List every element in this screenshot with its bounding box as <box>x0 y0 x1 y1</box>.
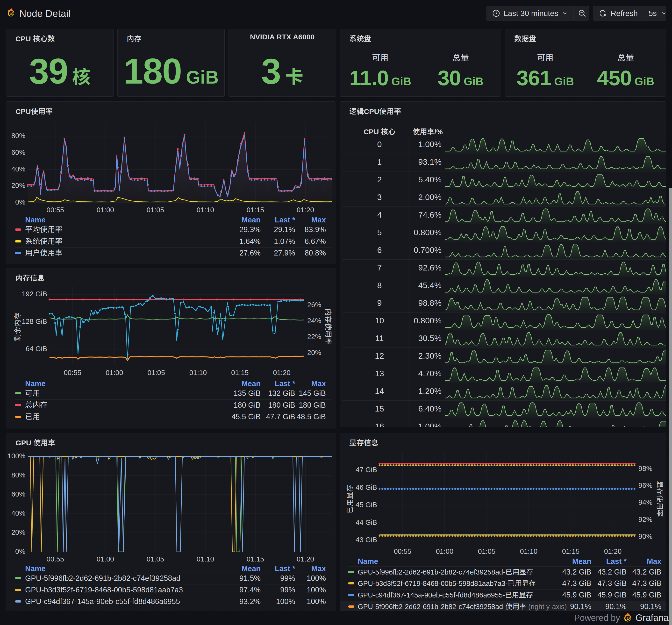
table-row[interactable]: 1130.5% <box>340 330 666 347</box>
sparkline <box>445 312 666 330</box>
legend-item[interactable]: GPU-c94df367-145a-90eb-c55f-fd8d486a6955… <box>340 589 666 601</box>
legend-item[interactable]: 总内存180 GiB180 GiB180 GiB <box>6 400 336 411</box>
legend-mean-value: 97.4% <box>239 585 261 595</box>
legend-swatch <box>348 605 354 608</box>
zoom-out-icon <box>578 9 586 18</box>
sparkline <box>445 171 666 189</box>
table-row[interactable]: 100.800% <box>340 312 666 330</box>
table-row[interactable]: 998.8% <box>340 295 666 312</box>
panel-title: 系统盘 <box>349 33 371 44</box>
legend-item[interactable]: 平均使用率29.3%29.1%83.9% <box>6 224 336 236</box>
legend-col-mean[interactable]: Mean <box>242 215 261 225</box>
table-row[interactable]: 845.4% <box>340 277 666 295</box>
legend-item[interactable]: 用户使用率27.6%27.9%80.8% <box>6 247 336 259</box>
chevron-down-icon <box>661 10 667 17</box>
table-cell-usage: 0.700% <box>413 245 441 255</box>
legend-swatch <box>15 240 21 242</box>
legend-swatch <box>15 404 21 406</box>
clock-icon <box>492 9 500 17</box>
legend-col-max[interactable]: Max <box>311 215 326 225</box>
legend-col-name[interactable]: Name <box>25 215 45 225</box>
table-row[interactable]: 193.1% <box>340 153 666 171</box>
legend-mean-value: 45.9 GiB <box>562 590 591 600</box>
table-row[interactable]: 141.20% <box>340 383 666 401</box>
table-row[interactable]: 156.40% <box>340 401 666 418</box>
table-row[interactable]: 474.6% <box>340 207 666 224</box>
legend-series-name: GPU-5f996fb2-2d62-691b-2b82-c74ef39258ad… <box>358 567 533 577</box>
refresh-interval-label: 5s <box>649 9 657 18</box>
sparkline <box>445 330 666 347</box>
panel-vram-info: 显存信息 47 GiB46 GiB45 GiB44 GiB43 GiB98%96… <box>340 433 666 611</box>
legend-col-last[interactable]: Last * <box>275 564 295 574</box>
sparkline <box>445 295 666 312</box>
table-row[interactable]: 50.800% <box>340 224 666 242</box>
legend: NameMeanLast *MaxGPU-5f996fb2-2d62-691b-… <box>340 557 666 611</box>
legend-item[interactable]: GPU-5f996fb2-2d62-691b-2b82-c74ef39258ad… <box>340 566 666 578</box>
stat-sysdisk-free: 可用 11.0GiB <box>340 44 421 96</box>
table-row[interactable]: 01.00% <box>340 136 666 153</box>
table-cell-usage: 1.20% <box>413 386 441 396</box>
legend-item[interactable]: GPU-5f996fb2-2d62-691b-2b82-c74ef39258ad… <box>6 573 336 584</box>
sparkline <box>445 418 666 427</box>
table-header-core[interactable]: CPU 核心 <box>350 126 409 137</box>
table-header-usage[interactable]: 使用率/% <box>413 126 441 137</box>
legend-col-name[interactable]: Name <box>25 564 45 574</box>
table-row[interactable]: 25.40% <box>340 171 666 189</box>
legend-item[interactable]: GPU-c94df367-145a-90eb-c55f-fd8d486a6955… <box>6 596 336 607</box>
legend-col-max[interactable]: Max <box>311 564 326 574</box>
legend-max-value: 80.8% <box>305 248 326 258</box>
legend-col-last[interactable]: Last * <box>275 215 295 225</box>
table-row[interactable]: 134.70% <box>340 365 666 383</box>
time-controls: Last 30 minutes <box>486 6 589 21</box>
legend-col-max[interactable]: Max <box>311 379 326 389</box>
legend-series-name: 已用 <box>25 412 40 422</box>
table-cell-core: 12 <box>350 351 409 361</box>
legend-swatch <box>15 416 21 418</box>
table-cell-core: 16 <box>350 422 409 428</box>
page-scrollbar[interactable] <box>669 188 672 625</box>
table-cell-usage: 74.6% <box>413 210 441 219</box>
table-cell-usage: 92.6% <box>413 263 441 272</box>
dashboard-header: Node Detail Last 30 minutes Refresh 5s <box>0 0 672 29</box>
table-row[interactable]: 122.30% <box>340 347 666 365</box>
panel-title: 数据盘 <box>514 33 536 44</box>
series-avail <box>49 315 304 320</box>
zoom-out-button[interactable] <box>573 6 591 20</box>
stat-datadisk-free: 可用 361GiB <box>505 44 585 96</box>
refresh-button[interactable]: Refresh <box>593 6 643 20</box>
sparkline <box>445 136 666 153</box>
table-row[interactable]: 161.00% <box>340 418 666 427</box>
legend: NameMeanLast *MaxGPU-5f996fb2-2d62-691b-… <box>6 564 336 611</box>
legend-col-max[interactable]: Max <box>647 557 662 566</box>
legend-col-mean[interactable]: Mean <box>242 379 261 389</box>
table-row[interactable]: 60.700% <box>340 242 666 259</box>
table-row[interactable]: 32.00% <box>340 189 666 207</box>
legend-item[interactable]: GPU-5f996fb2-2d62-691b-2b82-c74ef39258ad… <box>340 601 666 611</box>
sparkline <box>445 365 666 383</box>
panel-title: 逻辑CPU使用率 <box>349 105 401 116</box>
legend-col-mean[interactable]: Mean <box>572 557 591 566</box>
legend-series-name-suffix: (right y-axis) <box>526 603 567 610</box>
legend-item[interactable]: GPU-b3d3f52f-6719-8468-00b5-598d81aab7a3… <box>340 578 666 590</box>
legend-col-name[interactable]: Name <box>358 557 378 566</box>
legend-swatch <box>348 571 354 573</box>
legend-col-name[interactable]: Name <box>25 379 45 389</box>
table-row[interactable]: 792.6% <box>340 259 666 277</box>
legend-series-name: GPU-c94df367-145a-90eb-c55f-fd8d486a6955 <box>25 597 180 606</box>
legend-col-last[interactable]: Last * <box>606 557 627 566</box>
refresh-interval-picker[interactable]: 5s <box>643 6 672 20</box>
legend-max-value: 48.5 GiB <box>297 412 326 422</box>
legend-item[interactable]: 系统使用率1.64%1.07%6.67% <box>6 236 336 247</box>
legend-col-last[interactable]: Last * <box>275 379 295 389</box>
legend-col-mean[interactable]: Mean <box>242 564 261 574</box>
legend-item[interactable]: 已用45.5 GiB47.7 GiB48.5 GiB <box>6 411 336 423</box>
sparkline <box>445 383 666 401</box>
time-range-picker[interactable]: Last 30 minutes <box>487 6 573 20</box>
stat-sysdisk-total: 总量 30GiB <box>421 44 501 96</box>
legend-item[interactable]: 可用135 GiB132 GiB145 GiB <box>6 388 336 400</box>
legend-item[interactable]: GPU-b3d3f52f-6719-8468-00b5-598d81aab7a3… <box>6 584 336 596</box>
legend-swatch <box>15 229 21 231</box>
table-cell-core: 7 <box>350 263 409 272</box>
footer: Powered by Grafana <box>574 612 669 623</box>
table-cell-core: 3 <box>350 192 409 202</box>
